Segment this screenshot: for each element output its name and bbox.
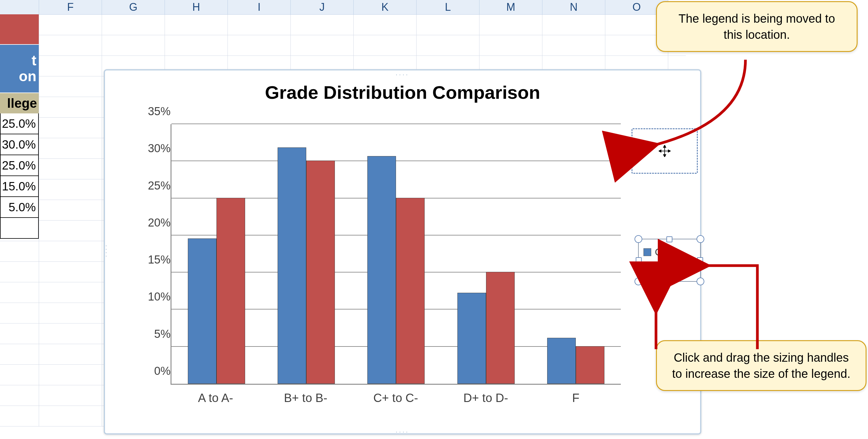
grid-cell[interactable] <box>228 35 291 56</box>
grid-cell[interactable] <box>354 35 416 56</box>
grid-cell[interactable] <box>39 97 102 117</box>
grid-cell[interactable] <box>416 35 479 56</box>
grid-cell[interactable] <box>39 406 102 426</box>
col-header-g[interactable]: G <box>102 0 165 14</box>
grid-cell[interactable] <box>165 35 228 56</box>
grid-cell[interactable] <box>39 241 102 261</box>
grid-cell[interactable] <box>0 241 39 261</box>
grid-cell[interactable] <box>0 385 39 406</box>
resize-handle-s[interactable] <box>666 278 672 284</box>
bar-container <box>172 124 621 384</box>
resize-handle-n[interactable] <box>666 236 672 242</box>
grid-cell[interactable] <box>0 365 39 385</box>
grid-cell[interactable] <box>39 303 102 323</box>
chart-legend[interactable]: Class College <box>638 239 701 282</box>
partial-value-2[interactable]: 25.0% <box>0 155 39 176</box>
grid-cell[interactable] <box>0 303 39 323</box>
grid-cell[interactable] <box>39 35 102 56</box>
partial-blue-text-2: on <box>19 69 36 84</box>
grid-cell[interactable] <box>39 282 102 303</box>
col-header-partial[interactable] <box>0 0 39 14</box>
grid-cell[interactable] <box>39 323 102 344</box>
resize-handle-ne[interactable] <box>696 235 704 243</box>
grid-cell[interactable] <box>39 77 102 97</box>
grid-cell[interactable] <box>102 35 165 56</box>
legend-item-class[interactable]: Class <box>644 246 700 258</box>
grid-cell[interactable] <box>479 14 542 35</box>
grid-cell[interactable] <box>416 14 479 35</box>
col-header-m[interactable]: M <box>479 0 542 14</box>
chart-title[interactable]: Grade Distribution Comparison <box>105 82 700 103</box>
grid-cell[interactable] <box>291 14 354 35</box>
grid-cell[interactable] <box>0 282 39 303</box>
svg-marker-4 <box>659 150 661 152</box>
bar-college[interactable] <box>576 346 604 384</box>
grid-cell[interactable] <box>165 14 228 35</box>
grid-cell[interactable] <box>39 118 102 138</box>
grid-cell[interactable] <box>39 14 102 35</box>
grid-cell[interactable] <box>39 138 102 158</box>
partial-value-3[interactable]: 15.0% <box>0 176 39 197</box>
col-header-l[interactable]: L <box>416 0 479 14</box>
grid-cell[interactable] <box>228 14 291 35</box>
resize-handle-w[interactable] <box>636 257 642 263</box>
bar-class[interactable] <box>278 147 306 384</box>
bar-college[interactable] <box>306 160 335 384</box>
partial-empty-cell[interactable] <box>0 218 39 239</box>
bar-college[interactable] <box>216 198 245 384</box>
grid-row[interactable] <box>0 14 686 35</box>
bar-class[interactable] <box>547 338 576 384</box>
grid-cell[interactable] <box>0 323 39 344</box>
legend-item-college[interactable]: College <box>644 263 700 274</box>
grid-cell[interactable] <box>39 385 102 406</box>
bar-class[interactable] <box>367 156 396 384</box>
bar-class[interactable] <box>188 238 216 384</box>
bar-college[interactable] <box>486 272 515 384</box>
col-header-n[interactable]: N <box>542 0 605 14</box>
x-tick-label: D+ to D- <box>453 391 519 405</box>
grid-cell[interactable] <box>0 344 39 364</box>
column-headers: F G H I J K L M N O <box>0 0 686 14</box>
grid-cell[interactable] <box>39 344 102 364</box>
grid-cell[interactable] <box>39 159 102 179</box>
resize-handle-nw[interactable] <box>634 235 642 243</box>
partial-value-1[interactable]: 30.0% <box>0 134 39 155</box>
grid-cell[interactable] <box>542 14 605 35</box>
grid-cell[interactable] <box>291 35 354 56</box>
y-tick-label: 15% <box>135 253 170 266</box>
col-header-i[interactable]: I <box>228 0 291 14</box>
grid-cell[interactable] <box>354 14 416 35</box>
partial-value-0[interactable]: 25.0% <box>0 113 39 134</box>
grid-cell[interactable] <box>102 14 165 35</box>
svg-marker-3 <box>663 154 666 157</box>
col-header-k[interactable]: K <box>354 0 416 14</box>
col-header-j[interactable]: J <box>291 0 354 14</box>
bar-class[interactable] <box>457 293 486 384</box>
grid-cell[interactable] <box>39 200 102 220</box>
legend-label-college: College <box>655 263 689 274</box>
bar-group <box>278 124 335 384</box>
grid-cell[interactable] <box>39 221 102 241</box>
resize-handle-se[interactable] <box>696 277 704 285</box>
legend-drop-target[interactable] <box>631 128 698 174</box>
resize-handle-sw[interactable] <box>634 277 642 285</box>
grid-cell[interactable] <box>542 35 605 56</box>
partial-blue-text-1: t <box>32 53 36 69</box>
grid-row[interactable] <box>0 35 686 56</box>
grid-cell[interactable] <box>39 365 102 385</box>
chart-object[interactable]: .... .... Grade Distribution Comparison … <box>104 69 701 435</box>
grid-cell[interactable] <box>39 262 102 282</box>
resize-handle-e[interactable] <box>697 257 703 263</box>
col-header-h[interactable]: H <box>165 0 228 14</box>
grid-cell[interactable] <box>0 262 39 282</box>
col-header-f[interactable]: F <box>39 0 102 14</box>
chart-plot-area[interactable]: 0%5%10%15%20%25%30%35% A to A-B+ to B-C+… <box>132 124 621 384</box>
grid-cell[interactable] <box>39 179 102 200</box>
plot-area[interactable] <box>170 124 621 385</box>
grid-cell[interactable] <box>479 35 542 56</box>
bar-college[interactable] <box>396 198 425 384</box>
grid-cell[interactable] <box>0 406 39 426</box>
chart-resize-left[interactable]: .... <box>104 245 111 259</box>
partial-value-4[interactable]: 5.0% <box>0 197 39 218</box>
grid-cell[interactable] <box>39 56 102 76</box>
